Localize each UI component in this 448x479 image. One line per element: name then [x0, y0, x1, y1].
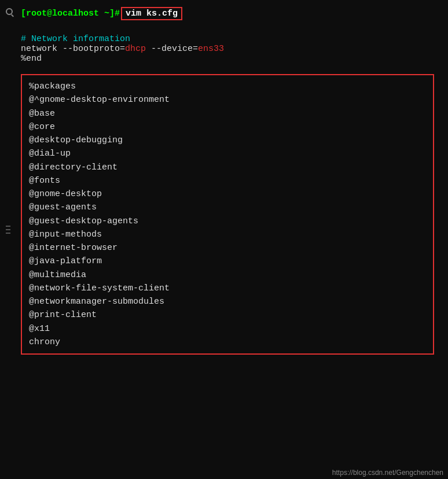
search-icon [2, 5, 16, 19]
package-line: @internet-browser [29, 241, 426, 255]
package-line: @desktop-debugging [29, 134, 426, 147]
network-config-line: network --bootproto=dhcp --device=ens33 [21, 44, 441, 54]
command-text: vim ks.cfg [126, 9, 178, 19]
comment-line: # Network information [21, 34, 441, 44]
package-line: @guest-desktop-agents [29, 215, 426, 228]
comment-text: # Network information [21, 34, 130, 44]
packages-section: %packages@^gnome-desktop-environment@bas… [21, 74, 434, 355]
package-line: @dial-up [29, 147, 426, 160]
scroll-tick-3 [6, 233, 10, 234]
package-line: @core [29, 120, 426, 134]
package-line: @guest-agents [29, 201, 426, 214]
network-keyword: network --bootproto= [21, 44, 125, 54]
package-line: @print-client [29, 308, 426, 322]
package-line: @input-methods [29, 228, 426, 241]
prompt-line: [root@localhost ~]# vim ks.cfg [21, 7, 441, 20]
device-prefix: --device= [146, 44, 198, 54]
scroll-tick-2 [6, 229, 10, 230]
package-line: @directory-client [29, 161, 426, 174]
package-line: @fonts [29, 174, 426, 187]
package-line: @java-platform [29, 255, 426, 268]
package-line: @gnome-desktop [29, 187, 426, 201]
scroll-hints [6, 226, 10, 234]
command-box: vim ks.cfg [121, 7, 182, 20]
dhcp-value: dhcp [125, 44, 146, 54]
watermark-text: https://blog.csdn.net/Gengchenchen [332, 469, 443, 477]
prompt-text: [root@localhost ~]# [21, 9, 120, 19]
package-line: @network-file-system-client [29, 282, 426, 295]
end-text: %end [21, 54, 42, 64]
terminal-window: [root@localhost ~]# vim ks.cfg # Network… [0, 0, 448, 479]
device-value: ens33 [198, 44, 224, 54]
package-line: @base [29, 107, 426, 120]
package-line: chrony [29, 336, 426, 349]
package-line: @multimedia [29, 268, 426, 282]
package-line: @^gnome-desktop-environment [29, 93, 426, 106]
package-line: @x11 [29, 322, 426, 336]
package-line: %packages [29, 80, 426, 93]
package-line: @networkmanager-submodules [29, 295, 426, 308]
scroll-tick-1 [6, 226, 10, 227]
end-line: %end [21, 54, 441, 64]
watermark: https://blog.csdn.net/Gengchenchen [332, 469, 443, 477]
blank-line-1 [7, 20, 441, 32]
